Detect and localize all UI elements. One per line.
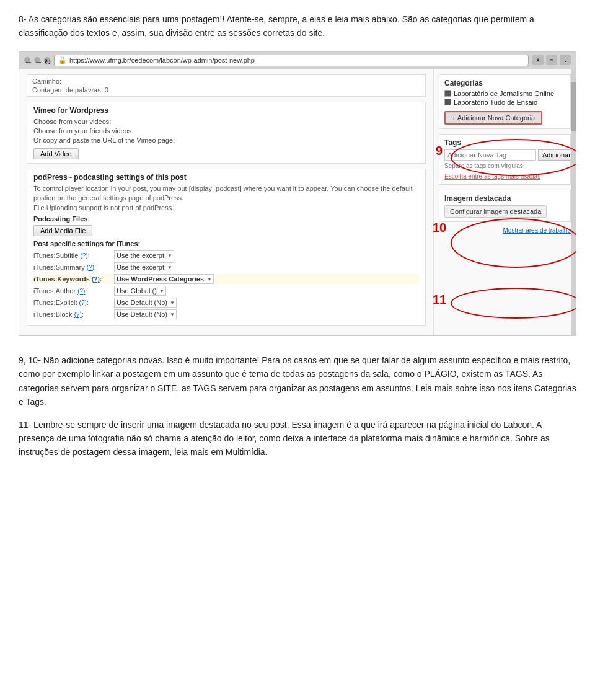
categories-title: Categorias bbox=[444, 79, 565, 87]
browser-btn-reload[interactable]: ↻ bbox=[44, 57, 50, 63]
itunes-explicit-help[interactable]: (?) bbox=[79, 299, 87, 306]
category-item-2: Laboratório Tudo de Ensaio bbox=[444, 99, 565, 106]
browser-actions: ★ ≡ ⋮ bbox=[532, 55, 571, 65]
itunes-block-select-wrap[interactable]: Use Default (No) ▼ bbox=[114, 309, 177, 319]
browser-star-btn[interactable]: ★ bbox=[532, 55, 544, 65]
category-label-2: Laboratório Tudo de Ensaio bbox=[454, 99, 537, 106]
wp-right-panel: Categorias Laboratório de Jornalismo Onl… bbox=[433, 69, 576, 335]
scrollbar-thumb[interactable] bbox=[571, 82, 576, 131]
itunes-keywords-help[interactable]: (?) bbox=[92, 276, 100, 283]
path-label: Caminho: bbox=[32, 78, 61, 85]
screenshot-container: ← → ↻ 🔒 https://www.ufmg.br/cedecom/labc… bbox=[19, 51, 576, 336]
tags-input-wrap: Adicionar bbox=[444, 149, 565, 161]
itunes-block-select[interactable]: Use Default (No) bbox=[114, 309, 177, 319]
browser-btn-forward[interactable]: → bbox=[34, 57, 40, 63]
itunes-row-keywords: iTunes:Keywords (?): Use WordPress Categ… bbox=[33, 274, 419, 284]
itunes-author-select[interactable]: Use Global () bbox=[114, 286, 166, 296]
vimeo-section: Vimeo for Wordpress Choose from your vid… bbox=[27, 102, 426, 164]
itunes-keywords-select[interactable]: Use WordPress Categories bbox=[114, 274, 214, 284]
category-list: Laboratório de Jornalismo Online Laborat… bbox=[444, 90, 565, 106]
browser-extra-btn[interactable]: ⋮ bbox=[560, 55, 571, 65]
featured-image-box: Imagem destacada Configurar imagem desta… bbox=[439, 190, 571, 222]
itunes-explicit-select-wrap[interactable]: Use Default (No) ▼ bbox=[114, 298, 177, 308]
scrollbar[interactable] bbox=[571, 69, 576, 335]
category-checkbox-2[interactable] bbox=[444, 99, 451, 105]
itunes-subtitle-select-wrap[interactable]: Use the excerpt ▼ bbox=[114, 250, 174, 260]
itunes-author-select-wrap[interactable]: Use Global () ▼ bbox=[114, 286, 166, 296]
itunes-summary-select[interactable]: Use the excerpt bbox=[114, 262, 174, 272]
itunes-author-label: iTunes:Author (?): bbox=[33, 287, 114, 295]
itunes-row-subtitle: iTunes:Subtitle (?): Use the excerpt ▼ bbox=[33, 250, 419, 260]
browser-btn-back[interactable]: ← bbox=[24, 57, 30, 63]
configure-featured-image-button[interactable]: Configurar imagem destacada bbox=[444, 205, 547, 218]
tags-separator-text: Separe as tags com vírgulas bbox=[444, 162, 565, 169]
add-media-file-button[interactable]: Add Media File bbox=[33, 225, 92, 236]
add-category-button[interactable]: + Adicionar Nova Categoria bbox=[444, 111, 542, 125]
podpress-text: To control player location in your post,… bbox=[33, 184, 419, 213]
itunes-row-explicit: iTunes:Explicit (?): Use Default (No) ▼ bbox=[33, 298, 419, 308]
bottom-paragraph-11: 11- Lembre-se sempre de inserir uma imag… bbox=[19, 418, 576, 459]
featured-image-title: Imagem destacada bbox=[444, 194, 565, 203]
bottom-paragraph-910: 9, 10- Não adicione categorias novas. Is… bbox=[19, 353, 576, 409]
itunes-block-label: iTunes:Block (?): bbox=[33, 311, 114, 318]
intro-paragraph: 8- As categorias são essenciais para uma… bbox=[19, 12, 576, 40]
itunes-keywords-select-wrap[interactable]: Use WordPress Categories ▼ bbox=[114, 274, 214, 284]
itunes-explicit-label: iTunes:Explicit (?): bbox=[33, 299, 114, 306]
itunes-block-help[interactable]: (?) bbox=[74, 311, 82, 318]
vimeo-row-1: Choose from your videos: bbox=[33, 118, 419, 125]
itunes-summary-help[interactable]: (?) bbox=[87, 264, 94, 271]
tags-title: Tags bbox=[444, 138, 565, 147]
itunes-keywords-label: iTunes:Keywords (?): bbox=[33, 275, 114, 283]
tags-popular-link[interactable]: Escolha entre as tags mais usadas bbox=[444, 173, 540, 180]
itunes-title: Post specific settings for iTunes: bbox=[33, 240, 419, 247]
browser-url-bar: 🔒 https://www.ufmg.br/cedecom/labcon/wp-… bbox=[54, 55, 529, 66]
wordcount-value: 0 bbox=[105, 86, 108, 94]
browser-menu-btn[interactable]: ≡ bbox=[546, 55, 557, 65]
category-checkbox-1[interactable] bbox=[444, 90, 451, 97]
podpress-title: podPress - podcasting settings of this p… bbox=[33, 173, 419, 182]
vimeo-row-3: Or copy and paste the URL of the Vimeo p… bbox=[33, 136, 419, 144]
tags-box: Tags Adicionar Separe as tags com vírgul… bbox=[439, 134, 571, 185]
itunes-subtitle-help[interactable]: (?) bbox=[80, 252, 87, 259]
podcasting-files-label: Podcasting Files: bbox=[33, 215, 419, 223]
categories-box: Categorias Laboratório de Jornalismo Onl… bbox=[439, 74, 571, 129]
itunes-row-summary: iTunes:Summary (?): Use the excerpt ▼ bbox=[33, 262, 419, 272]
vimeo-row-2: Choose from your friends videos: bbox=[33, 127, 419, 135]
itunes-author-help[interactable]: (?) bbox=[77, 288, 85, 295]
path-section: Caminho: Contagem de palavras: 0 bbox=[27, 74, 426, 97]
wp-left-panel: Caminho: Contagem de palavras: 0 Vimeo f… bbox=[19, 69, 433, 335]
podpress-section: podPress - podcasting settings of this p… bbox=[27, 169, 426, 326]
url-lock-icon: 🔒 bbox=[58, 56, 67, 64]
path-row: Caminho: bbox=[32, 78, 420, 85]
bottom-text-section: 9, 10- Não adicione categorias novas. Is… bbox=[19, 347, 576, 474]
wordcount-row: Contagem de palavras: 0 bbox=[32, 86, 420, 94]
tags-input[interactable] bbox=[444, 149, 536, 161]
tags-add-button[interactable]: Adicionar bbox=[538, 149, 575, 161]
add-video-button[interactable]: Add Video bbox=[33, 148, 79, 159]
itunes-subtitle-select[interactable]: Use the excerpt bbox=[114, 250, 174, 260]
itunes-subtitle-label: iTunes:Subtitle (?): bbox=[33, 252, 114, 259]
wordcount-label: Contagem de palavras: bbox=[32, 86, 103, 94]
itunes-row-block: iTunes:Block (?): Use Default (No) ▼ bbox=[33, 309, 419, 319]
itunes-row-author: iTunes:Author (?): Use Global () ▼ bbox=[33, 286, 419, 296]
browser-bar: ← → ↻ 🔒 https://www.ufmg.br/cedecom/labc… bbox=[19, 52, 576, 69]
vimeo-title: Vimeo for Wordpress bbox=[33, 106, 419, 115]
mostrar-area-link[interactable]: Mostrar área de trabalho bbox=[439, 227, 571, 234]
itunes-summary-select-wrap[interactable]: Use the excerpt ▼ bbox=[114, 262, 174, 272]
page-wrapper: 8- As categorias são essenciais para uma… bbox=[0, 0, 595, 487]
itunes-explicit-select[interactable]: Use Default (No) bbox=[114, 298, 177, 308]
category-label-1: Laboratório de Jornalismo Online bbox=[454, 90, 554, 97]
wp-main-area: Caminho: Contagem de palavras: 0 Vimeo f… bbox=[19, 69, 576, 335]
category-item-1: Laboratório de Jornalismo Online bbox=[444, 90, 565, 97]
itunes-summary-label: iTunes:Summary (?): bbox=[33, 264, 114, 271]
url-text: https://www.ufmg.br/cedecom/labcon/wp-ad… bbox=[69, 56, 255, 64]
